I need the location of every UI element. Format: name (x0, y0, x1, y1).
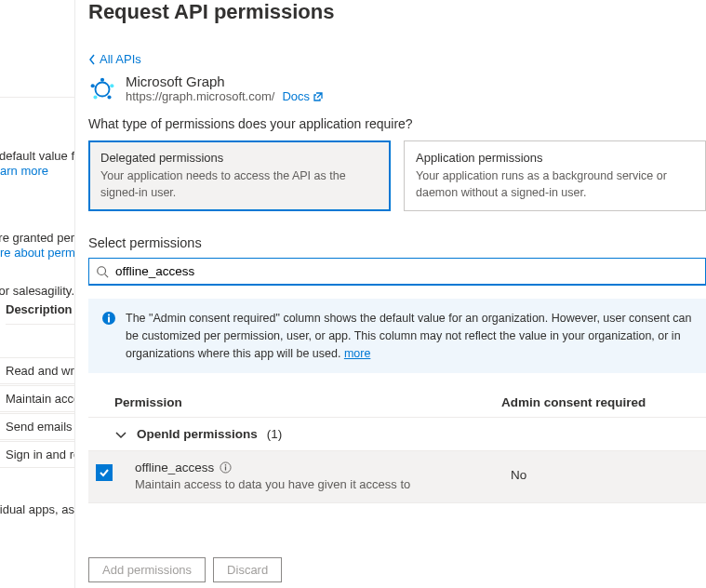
group-label: OpenId permissions (137, 427, 258, 441)
chevron-down-icon (114, 428, 127, 441)
info-icon[interactable] (220, 461, 232, 474)
delegated-card-desc: Your application needs to access the API… (100, 168, 379, 201)
bg-text: e default value f (0, 149, 74, 163)
permission-type-cards: Delegated permissions Your application n… (88, 140, 706, 211)
svg-point-12 (225, 464, 227, 466)
svg-point-0 (96, 83, 110, 97)
back-link-label: All APIs (100, 52, 141, 66)
api-url: https://graph.microsoft.com/ (126, 89, 274, 103)
info-icon (101, 311, 116, 326)
permission-row-offline-access: offline_access Maintain access to data y… (88, 451, 706, 503)
permission-name: offline_access (135, 461, 214, 474)
background-underlay: e default value f arn more re granted pe… (0, 0, 74, 588)
delegated-card-title: Delegated permissions (100, 151, 379, 165)
column-admin-consent: Admin consent required (501, 395, 687, 409)
info-banner-body: The "Admin consent required" column show… (126, 310, 693, 362)
application-card-desc: Your application runs as a background se… (416, 168, 694, 201)
back-all-apis-link[interactable]: All APIs (88, 52, 706, 66)
checkmark-icon (99, 467, 110, 478)
bg-table-row: Read and writ (0, 357, 74, 384)
svg-point-3 (107, 95, 111, 99)
search-icon (96, 265, 109, 278)
permissions-table-header: Permission Admin consent required (88, 388, 706, 418)
api-header: Microsoft Graph https://graph.microsoft.… (88, 74, 706, 103)
permission-checkbox[interactable] (96, 464, 113, 481)
bg-learn-more-link[interactable]: arn more (0, 164, 48, 178)
svg-rect-13 (225, 467, 226, 471)
search-wrap (88, 258, 706, 286)
add-permissions-button[interactable]: Add permissions (88, 557, 206, 582)
svg-point-2 (110, 84, 113, 87)
docs-link[interactable]: Docs (282, 89, 324, 103)
svg-point-6 (98, 267, 106, 275)
bg-desc-header: Description (6, 302, 74, 325)
permissions-panel: Request API permissions All APIs Microso… (74, 0, 706, 588)
bg-learn-more: arn more (0, 164, 48, 178)
select-permissions-label: Select permissions (88, 235, 706, 250)
info-banner: The "Admin consent required" column show… (88, 299, 706, 373)
info-banner-text: The "Admin consent required" column show… (126, 312, 692, 360)
bg-divider (0, 97, 74, 98)
application-card-title: Application permissions (416, 151, 694, 165)
docs-link-label: Docs (282, 89, 310, 103)
group-count: (1) (267, 427, 283, 441)
permission-group-openid[interactable]: OpenId permissions (1) (88, 418, 706, 451)
delegated-permissions-card[interactable]: Delegated permissions Your application n… (88, 140, 391, 211)
discard-button[interactable]: Discard (213, 557, 282, 582)
svg-point-1 (100, 78, 104, 82)
bg-about-link: re about permi (0, 246, 78, 260)
bg-table-row: Send emails f (0, 413, 74, 440)
svg-line-7 (105, 274, 109, 278)
info-more-link[interactable]: more (344, 347, 370, 360)
bg-about-perm-link[interactable]: re about permi (0, 246, 78, 260)
panel-footer: Add permissions Discard (88, 557, 282, 582)
api-name: Microsoft Graph (126, 74, 324, 89)
svg-rect-10 (108, 317, 110, 323)
bg-text: vidual apps, as (0, 502, 74, 516)
bg-table-row: Sign in and re (0, 441, 74, 468)
permission-type-question: What type of permissions does your appli… (88, 116, 706, 131)
bg-text: for salesagility. (0, 284, 74, 298)
svg-point-9 (108, 314, 110, 315)
permission-admin-consent: No (511, 461, 687, 482)
svg-point-5 (91, 84, 95, 87)
permission-description: Maintain access to data you have given i… (135, 477, 511, 491)
external-link-icon (313, 91, 324, 102)
column-permission: Permission (114, 395, 501, 409)
search-input[interactable] (88, 258, 706, 286)
chevron-left-icon (88, 54, 96, 65)
svg-point-4 (93, 95, 97, 99)
microsoft-graph-icon (88, 75, 116, 103)
bg-text: re granted per (0, 231, 74, 245)
application-permissions-card[interactable]: Application permissions Your application… (404, 140, 706, 211)
panel-title: Request API permissions (88, 0, 706, 24)
bg-table-row: Maintain acce (0, 385, 74, 412)
